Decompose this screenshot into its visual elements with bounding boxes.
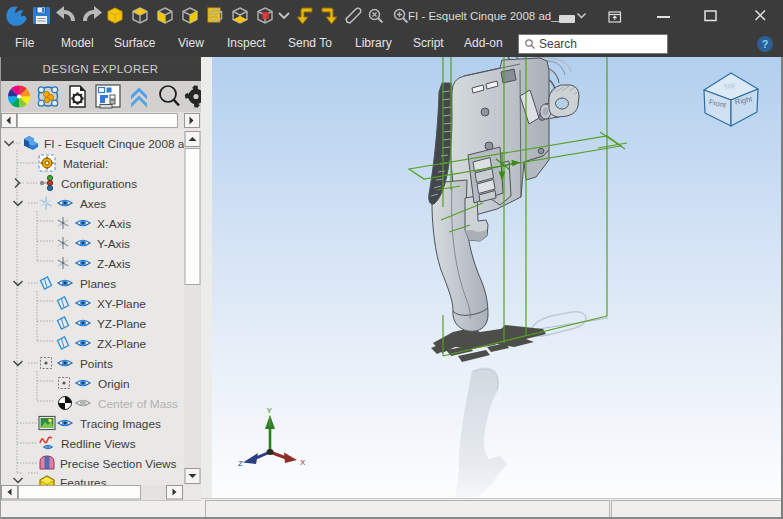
svg-text:XY-Plane: XY-Plane [97, 297, 146, 311]
svg-text:Origin: Origin [98, 377, 129, 391]
svg-text:X-Axis: X-Axis [97, 217, 131, 231]
svg-text:Axes: Axes [80, 197, 106, 211]
svg-text:Features: Features [60, 476, 107, 486]
svg-text:YZ-Plane: YZ-Plane [97, 317, 147, 331]
svg-text:FI - Esquelt Cinque 2008 ad_p: FI - Esquelt Cinque 2008 ad_p [44, 137, 201, 151]
svg-text:Y-Axis: Y-Axis [97, 237, 130, 251]
svg-text:ZX-Plane: ZX-Plane [97, 337, 147, 351]
svg-text:Y: Y [267, 406, 273, 415]
svg-text:Z-Axis: Z-Axis [97, 257, 131, 271]
svg-text:X: X [300, 458, 306, 467]
svg-text:Planes: Planes [80, 277, 116, 291]
svg-text:Z: Z [238, 459, 243, 468]
svg-text:?: ? [762, 38, 769, 50]
svg-text:Tracing Images: Tracing Images [80, 417, 161, 431]
svg-text:Center of Mass: Center of Mass [98, 397, 178, 411]
svg-text:Redline Views: Redline Views [61, 437, 136, 451]
svg-text:Configurations: Configurations [61, 177, 137, 191]
svg-text:Points: Points [80, 357, 113, 371]
svg-text:Precise Section Views: Precise Section Views [60, 457, 177, 471]
svg-text:Material:: Material: [63, 157, 108, 171]
